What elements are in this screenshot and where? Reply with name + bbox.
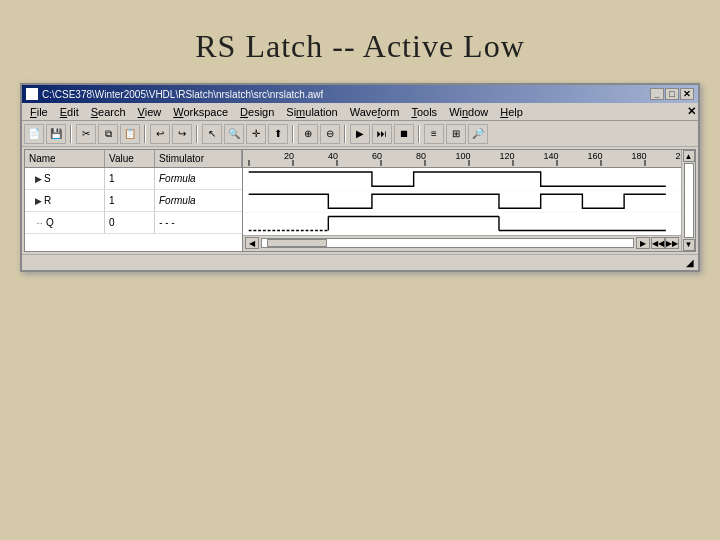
title-path: C:\CSE378\Winter2005\VHDL\RSlatch\nrslat… — [42, 89, 323, 100]
signal-row-r[interactable]: ▶ R 1 Formula — [25, 190, 242, 212]
toolbar-save[interactable]: 💾 — [46, 124, 66, 144]
waveform-window: ■ C:\CSE378\Winter2005\VHDL\RSlatch\nrsl… — [20, 83, 700, 272]
menu-window[interactable]: Window — [443, 105, 494, 119]
waveform-r — [249, 194, 666, 208]
waveform-signals — [243, 168, 681, 235]
status-bar: ◢ — [22, 254, 698, 270]
menu-design[interactable]: Design — [234, 105, 280, 119]
title-bar: ■ C:\CSE378\Winter2005\VHDL\RSlatch\nrsl… — [22, 85, 698, 103]
minimize-button[interactable]: _ — [650, 88, 664, 100]
toolbar-redo[interactable]: ↪ — [172, 124, 192, 144]
menu-tools[interactable]: Tools — [405, 105, 443, 119]
signal-row-q[interactable]: ↔ Q 0 - - - — [25, 212, 242, 234]
svg-text:140: 140 — [543, 151, 558, 161]
toolbar-sep6 — [418, 125, 420, 143]
svg-text:200: 200 — [675, 151, 681, 161]
toolbar-extra1[interactable]: ≡ — [424, 124, 444, 144]
toolbar-new[interactable]: 📄 — [24, 124, 44, 144]
signal-list: Name Value Stimulator ▶ S 1 Formula — [25, 150, 243, 251]
signal-value-s: 1 — [105, 168, 155, 189]
col-header-name: Name — [25, 150, 105, 167]
toolbar-extra2[interactable]: ⊞ — [446, 124, 466, 144]
hscroll-track[interactable] — [261, 238, 634, 248]
toolbar-zoom-out[interactable]: ⊖ — [320, 124, 340, 144]
waveform-container: Name Value Stimulator ▶ S 1 Formula — [24, 149, 696, 252]
waveform-svg — [243, 168, 681, 235]
hscroll-thumb[interactable] — [267, 239, 327, 247]
svg-text:160: 160 — [587, 151, 602, 161]
menu-simulation[interactable]: Simulation — [280, 105, 343, 119]
menu-bar: File Edit Search View Workspace Design S… — [22, 103, 698, 121]
toolbar-extra3[interactable]: 🔎 — [468, 124, 488, 144]
toolbar-sep3 — [196, 125, 198, 143]
toolbar-sep5 — [344, 125, 346, 143]
signal-stim-r: Formula — [155, 190, 242, 211]
toolbar: 📄 💾 ✂ ⧉ 📋 ↩ ↪ ↖ 🔍 ✛ ⬆ ⊕ ⊖ ▶ ⏭ ⏹ ≡ ⊞ 🔎 — [22, 121, 698, 147]
svg-text:120: 120 — [499, 151, 514, 161]
menu-waveform[interactable]: Waveform — [344, 105, 406, 119]
close-button[interactable]: ✕ — [680, 88, 694, 100]
hscroll-extra1[interactable]: ◀◀ — [651, 237, 665, 249]
hscroll: ◀ ▶ ◀◀ ▶▶ — [243, 235, 681, 251]
toolbar-select[interactable]: ↖ — [202, 124, 222, 144]
svg-text:20: 20 — [284, 151, 294, 161]
signal-stim-s: Formula — [155, 168, 242, 189]
time-ruler-svg: 20 40 60 80 100 120 — [243, 150, 681, 166]
menu-close-icon[interactable]: ✕ — [687, 105, 696, 118]
signal-value-q: 0 — [105, 212, 155, 233]
app-icon: ■ — [26, 88, 38, 100]
vscroll-up[interactable]: ▲ — [683, 150, 695, 162]
col-header-stimulator: Stimulator — [155, 150, 242, 167]
svg-text:60: 60 — [372, 151, 382, 161]
signal-arrow-s: ▶ — [35, 174, 42, 184]
hscroll-right[interactable]: ▶ — [636, 237, 650, 249]
waveform-panel: Name Value Stimulator ▶ S 1 Formula — [22, 147, 698, 254]
toolbar-sim3[interactable]: ⏹ — [394, 124, 414, 144]
signal-value-r: 1 — [105, 190, 155, 211]
menu-search[interactable]: Search — [85, 105, 132, 119]
svg-text:100: 100 — [455, 151, 470, 161]
svg-text:40: 40 — [328, 151, 338, 161]
toolbar-move[interactable]: ✛ — [246, 124, 266, 144]
toolbar-undo[interactable]: ↩ — [150, 124, 170, 144]
signal-name-q: ↔ Q — [25, 212, 105, 233]
signal-stim-q: - - - — [155, 212, 242, 233]
vscroll-down[interactable]: ▼ — [683, 239, 695, 251]
signal-row-s[interactable]: ▶ S 1 Formula — [25, 168, 242, 190]
menu-view[interactable]: View — [132, 105, 168, 119]
toolbar-zoom-in[interactable]: ⊕ — [298, 124, 318, 144]
signal-name-s: ▶ S — [25, 168, 105, 189]
signal-arrow-q: ↔ — [35, 218, 44, 228]
maximize-button[interactable]: □ — [665, 88, 679, 100]
vscroll-track[interactable] — [684, 163, 694, 238]
hscroll-left[interactable]: ◀ — [245, 237, 259, 249]
signal-name-r: ▶ R — [25, 190, 105, 211]
menu-file[interactable]: File — [24, 105, 54, 119]
toolbar-zoom[interactable]: 🔍 — [224, 124, 244, 144]
menu-help[interactable]: Help — [494, 105, 529, 119]
waveform-s — [249, 172, 666, 186]
toolbar-sep1 — [70, 125, 72, 143]
toolbar-copy[interactable]: ⧉ — [98, 124, 118, 144]
title-bar-left: ■ C:\CSE378\Winter2005\VHDL\RSlatch\nrsl… — [26, 88, 323, 100]
toolbar-cut[interactable]: ✂ — [76, 124, 96, 144]
toolbar-cursor[interactable]: ⬆ — [268, 124, 288, 144]
svg-text:180: 180 — [631, 151, 646, 161]
col-header-value: Value — [105, 150, 155, 167]
signal-arrow-r: ▶ — [35, 196, 42, 206]
toolbar-sep4 — [292, 125, 294, 143]
hscroll-extra2[interactable]: ▶▶ — [665, 237, 679, 249]
main-area: Name Value Stimulator ▶ S 1 Formula — [22, 147, 698, 270]
vscroll: ▲ ▼ — [681, 150, 695, 251]
signal-header: Name Value Stimulator — [25, 150, 242, 168]
resize-icon: ◢ — [686, 257, 694, 268]
page-title: RS Latch -- Active Low — [195, 0, 524, 83]
toolbar-sim2[interactable]: ⏭ — [372, 124, 392, 144]
toolbar-paste[interactable]: 📋 — [120, 124, 140, 144]
waveform-display: 20 40 60 80 100 120 — [243, 150, 681, 251]
toolbar-sim1[interactable]: ▶ — [350, 124, 370, 144]
time-ruler: 20 40 60 80 100 120 — [243, 150, 681, 168]
content-row: Name Value Stimulator ▶ S 1 Formula — [22, 147, 698, 254]
menu-edit[interactable]: Edit — [54, 105, 85, 119]
menu-workspace[interactable]: Workspace — [167, 105, 234, 119]
